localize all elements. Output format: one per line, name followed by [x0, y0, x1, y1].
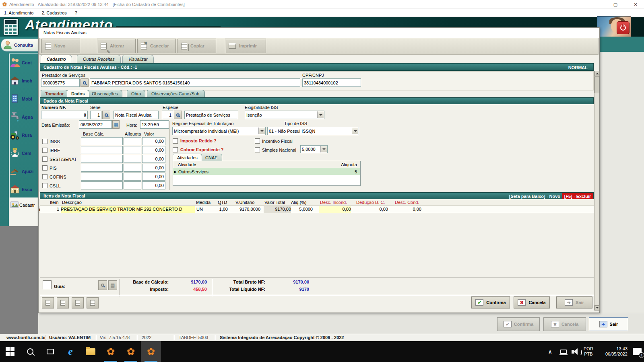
file-explorer-button[interactable]	[80, 341, 101, 362]
guia-print-button[interactable]: ▤	[108, 280, 117, 290]
fiorilli-app-2-button[interactable]: ✿	[121, 341, 141, 362]
prestador-name-input[interactable]	[90, 78, 300, 87]
especie-search-button[interactable]	[174, 111, 182, 119]
fiorilli-app-1-button[interactable]: ✿	[101, 341, 121, 362]
tab-cadastro[interactable]: Cadastro	[41, 55, 72, 63]
scrollbar-thumb[interactable]	[594, 76, 599, 93]
vertical-scrollbar[interactable]	[594, 71, 599, 311]
confirma-button[interactable]: ✔ Confirma	[471, 296, 510, 309]
tab-visualizar[interactable]: Visualizar	[122, 55, 154, 63]
tab-cnae[interactable]: CNAE	[201, 154, 222, 161]
especie-input[interactable]	[162, 111, 173, 119]
guia-checkbox[interactable]	[43, 280, 52, 289]
tray-chevron-button[interactable]: ∧	[548, 341, 552, 362]
sest-base-input[interactable]	[81, 155, 123, 163]
pis-valor-input[interactable]	[142, 164, 165, 172]
csll-base-input[interactable]	[81, 181, 123, 189]
task-view-button[interactable]	[40, 341, 60, 362]
sest-senat-checkbox[interactable]	[42, 156, 47, 162]
tab-obra[interactable]: Obra	[127, 90, 145, 97]
sidebar-item-consulta[interactable]: Consulta	[1, 39, 38, 51]
regime-select[interactable]: Microempresário Individual (MEI)	[172, 127, 266, 135]
sidebar-item-mobiliario[interactable]: Mobi	[10, 92, 38, 106]
outer-confirma-button[interactable]: ✔ Confirma	[497, 317, 540, 331]
cofins-checkbox[interactable]	[42, 174, 47, 179]
cancela-button[interactable]: ✖ Cancela	[514, 296, 550, 309]
alterar-button[interactable]: ✎ Alterar	[97, 39, 136, 53]
menu-help[interactable]: ?	[71, 10, 81, 15]
calendar-button[interactable]: ▦	[112, 120, 120, 129]
imprimir-button[interactable]: Imprimir	[225, 39, 266, 53]
irrf-aliquota-input[interactable]	[124, 146, 141, 154]
power-button[interactable]	[617, 21, 630, 34]
numero-input[interactable]	[41, 111, 88, 119]
imposto-retido-checkbox[interactable]	[173, 138, 178, 144]
sidebar-item-imobiliario[interactable]: Imob	[10, 74, 38, 88]
sidebar-item-escola[interactable]: Esco	[10, 183, 38, 196]
nav-last-button[interactable]	[87, 297, 99, 309]
tab-observacoes[interactable]: Observações	[87, 90, 122, 97]
exigibilidade-select[interactable]: Isenção	[245, 111, 324, 119]
csll-aliquota-input[interactable]	[124, 181, 141, 189]
data-emissao-input[interactable]	[79, 120, 112, 129]
volume-tray-icon[interactable]	[572, 341, 578, 362]
sidebar-item-ajuizamento[interactable]: Ajuizi	[10, 165, 38, 178]
fiorilli-app-3-button[interactable]: ✿	[141, 341, 161, 362]
minimize-button[interactable]: —	[586, 0, 605, 9]
csll-checkbox[interactable]	[42, 183, 47, 188]
tab-outras-receitas[interactable]: Outras Receitas	[77, 55, 121, 63]
nav-next-button[interactable]	[72, 297, 84, 309]
serie-desc-input[interactable]	[114, 111, 159, 119]
notification-center-button[interactable]: 1	[633, 341, 642, 362]
tipo-iss-select[interactable]: 01 - Não Possui ISSQN	[267, 127, 359, 135]
simples-nacional-checkbox[interactable]	[255, 147, 260, 152]
sidebar-item-cadastro[interactable]: Cadastr	[10, 200, 38, 211]
especie-desc-input[interactable]	[184, 111, 238, 119]
tab-tomador[interactable]: Tomador	[41, 90, 68, 97]
cpf-input[interactable]	[302, 78, 361, 87]
tab-atividades[interactable]: Atividades	[173, 154, 202, 161]
cofins-base-input[interactable]	[81, 173, 123, 181]
sidebar-item-contribuintes[interactable]: Cont	[10, 56, 38, 70]
guia-view-button[interactable]	[98, 280, 107, 290]
prestador-search-button[interactable]	[80, 78, 89, 87]
internet-explorer-button[interactable]: e	[60, 341, 80, 362]
serie-search-button[interactable]	[102, 111, 110, 119]
scroll-down-arrow[interactable]	[594, 305, 600, 311]
hora-input[interactable]	[140, 120, 169, 129]
pis-checkbox[interactable]	[42, 165, 47, 171]
inss-valor-input[interactable]	[142, 137, 165, 145]
inss-base-input[interactable]	[81, 137, 123, 145]
sair-button[interactable]: ➔ Sair	[556, 296, 592, 309]
irrf-base-input[interactable]	[81, 146, 123, 154]
maximize-button[interactable]: ▢	[606, 0, 625, 9]
language-indicator[interactable]: POR PTB	[584, 341, 593, 362]
cobrar-expediente-checkbox[interactable]	[173, 147, 178, 152]
network-tray-icon[interactable]	[560, 341, 567, 362]
irrf-valor-input[interactable]	[142, 146, 165, 154]
taskbar-search-button[interactable]	[20, 341, 40, 362]
start-button[interactable]	[0, 341, 20, 362]
scroll-up-arrow[interactable]	[594, 71, 600, 76]
pis-aliquota-input[interactable]	[124, 164, 141, 172]
sest-aliquota-input[interactable]	[124, 155, 141, 163]
cancelar-button[interactable]: ✕ Cancelar	[137, 39, 176, 53]
simples-valor-select[interactable]: 5,0000	[300, 145, 328, 153]
inss-checkbox[interactable]	[42, 139, 47, 144]
outer-sair-button[interactable]: ➔ Sair	[589, 317, 628, 331]
prestador-code-input[interactable]	[41, 78, 80, 87]
serie-input[interactable]	[90, 111, 101, 119]
menu-cadastros[interactable]: 2. Cadastros	[37, 10, 70, 15]
atividade-row[interactable]: ▶ OutrosServiços 5	[173, 168, 360, 175]
cofins-valor-input[interactable]	[142, 173, 165, 181]
outer-cancela-button[interactable]: ✖ Cancela	[543, 317, 586, 331]
nav-prev-button[interactable]	[57, 297, 69, 309]
incentivo-fiscal-checkbox[interactable]	[255, 138, 260, 144]
sest-valor-input[interactable]	[142, 155, 165, 163]
pis-base-input[interactable]	[81, 164, 123, 172]
cofins-aliquota-input[interactable]	[124, 173, 141, 181]
sidebar-item-rural[interactable]: Rura	[10, 128, 38, 142]
inss-aliquota-input[interactable]	[124, 137, 141, 145]
menu-atendimento[interactable]: 1. Atendimento	[0, 10, 37, 15]
item-row[interactable]: 1 PRESTAÇAO DE SERVIÇO TRATOR MF 292 CON…	[40, 206, 594, 213]
